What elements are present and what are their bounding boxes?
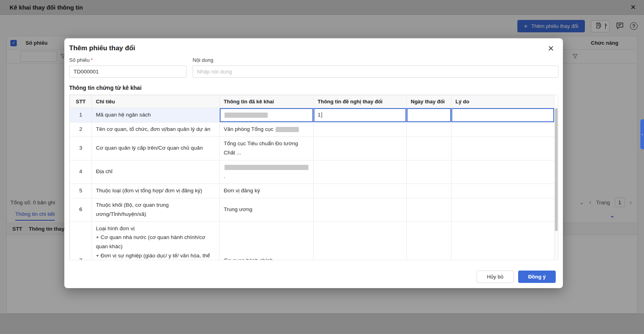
declared-text: Văn phòng Tổng cục <box>224 126 275 132</box>
declaration-col-header: STT <box>70 95 92 108</box>
cell-proposed[interactable] <box>314 221 407 260</box>
row-stt: 6 <box>70 198 92 221</box>
cell-reason[interactable] <box>451 108 555 123</box>
cell-reason[interactable] <box>451 160 555 184</box>
cell-reason[interactable] <box>451 123 555 137</box>
section-title: Thông tin chứng từ kê khai <box>64 78 563 95</box>
cell-reason[interactable] <box>451 136 555 160</box>
declaration-row: 1Mã quan hệ ngân sách1 <box>70 108 555 123</box>
cell-proposed[interactable]: 1 <box>314 108 407 123</box>
cell-reason[interactable] <box>451 221 555 260</box>
app-viewport: Kê khai thay đổi thông tin ✕ + Thêm phiế… <box>0 0 644 334</box>
declaration-col-header: Lý do <box>451 95 555 108</box>
declaration-col-header: Chỉ tiêu <box>92 95 220 108</box>
cell-proposed[interactable] <box>314 184 407 198</box>
cell-change-date[interactable] <box>407 160 451 184</box>
row-stt: 4 <box>70 160 92 184</box>
add-change-form-modal: Thêm phiếu thay đổi ✕ Số phiếu* Nội dung… <box>64 38 563 288</box>
required-asterisk: * <box>91 57 93 63</box>
declaration-row: 3Cơ quan quản lý cấp trên/Cơ quan chủ qu… <box>70 136 555 160</box>
row-criterion: Mã quan hệ ngân sách <box>92 108 220 123</box>
cell-declared: Văn phòng Tổng cục <box>220 123 314 137</box>
scrollbar-thumb[interactable] <box>555 108 558 231</box>
cancel-button[interactable]: Hủy bỏ <box>477 271 514 283</box>
declaration-col-header: Ngày thay đổi <box>407 95 451 108</box>
redacted-text <box>276 127 299 132</box>
row-stt: 3 <box>70 136 92 160</box>
declared-text: Đơn vị đăng ký <box>224 188 260 194</box>
row-criterion: Tên cơ quan, tổ chức, đơn vị/ban quản lý… <box>92 123 220 137</box>
modal-header: Thêm phiếu thay đổi ✕ <box>64 38 563 52</box>
noi-dung-field: Nội dung <box>193 57 559 78</box>
row-criterion: Thuộc loại (đơn vị tổng hợp/ đơn vị đăng… <box>92 184 220 198</box>
cell-reason[interactable] <box>451 198 555 221</box>
row-stt: 1 <box>70 108 92 123</box>
cell-change-date[interactable] <box>407 108 451 123</box>
cell-proposed[interactable] <box>314 136 407 160</box>
collapse-panel-handle[interactable]: ‹ <box>640 119 644 149</box>
so-phieu-label: Số phiếu* <box>69 57 187 63</box>
row-criterion: Thuộc khối (Bộ, cơ quan trung ương/Tỉnh/… <box>92 198 220 221</box>
cell-declared: Cơ quan hành chính <box>220 221 314 260</box>
so-phieu-field: Số phiếu* <box>69 57 187 78</box>
cell-change-date[interactable] <box>407 184 451 198</box>
row-stt: 2 <box>70 123 92 137</box>
declaration-col-header: Thông tin đã kê khai <box>220 95 314 108</box>
cell-change-date[interactable] <box>407 136 451 160</box>
modal-fields: Số phiếu* Nội dung <box>64 52 563 78</box>
ok-button[interactable]: Đồng ý <box>518 271 556 283</box>
row-criterion: Địa chỉ <box>92 160 220 184</box>
declaration-row: 6Thuộc khối (Bộ, cơ quan trung ương/Tỉnh… <box>70 198 555 221</box>
reason-input[interactable] <box>451 108 554 122</box>
cell-proposed[interactable] <box>314 198 407 221</box>
declared-text: Tổng cục Tiêu chuẩn Đo lường Chất ... <box>224 140 298 156</box>
row-criterion: Cơ quan quản lý cấp trên/Cơ quan chủ quả… <box>92 136 220 160</box>
cell-declared: Tổng cục Tiêu chuẩn Đo lường Chất ... <box>220 136 314 160</box>
declared-text: Trung ương <box>224 206 252 212</box>
change-date-input[interactable] <box>407 108 451 122</box>
declaration-row: 7Loại hình đơn vị + Cơ quan nhà nước (cơ… <box>70 221 555 260</box>
declaration-table-header-row: STTChỉ tiêuThông tin đã kê khaiThông tin… <box>70 95 555 108</box>
row-criterion: Loại hình đơn vị + Cơ quan nhà nước (cơ … <box>92 221 220 260</box>
text-caret <box>322 112 322 118</box>
declared-input[interactable] <box>220 108 313 122</box>
declaration-table-wrap: STTChỉ tiêuThông tin đã kê khaiThông tin… <box>69 95 559 260</box>
proposed-input[interactable]: 1 <box>314 108 406 122</box>
cell-proposed[interactable] <box>314 123 407 137</box>
cell-proposed[interactable] <box>314 160 407 184</box>
proposed-value: 1 <box>318 111 321 120</box>
declaration-row: 5Thuộc loại (đơn vị tổng hợp/ đơn vị đăn… <box>70 184 555 198</box>
declaration-col-header: Thông tin đề nghị thay đổi <box>314 95 407 108</box>
cell-declared: . <box>220 160 314 184</box>
declaration-table: STTChỉ tiêuThông tin đã kê khaiThông tin… <box>70 95 555 260</box>
cell-change-date[interactable] <box>407 198 451 221</box>
cell-reason[interactable] <box>451 184 555 198</box>
so-phieu-input[interactable] <box>69 65 187 78</box>
table-scrollbar[interactable] <box>555 108 558 259</box>
modal-title: Thêm phiếu thay đổi <box>69 44 135 52</box>
row-stt: 7 <box>70 221 92 260</box>
redacted-text <box>225 113 268 118</box>
declaration-row: 4Địa chỉ. <box>70 160 555 184</box>
modal-close-icon[interactable]: ✕ <box>548 45 554 52</box>
declared-text: . <box>224 173 225 179</box>
modal-footer: Hủy bỏ Đồng ý <box>64 260 563 283</box>
cell-declared: Trung ương <box>220 198 314 221</box>
declaration-row: 2Tên cơ quan, tổ chức, đơn vị/ban quản l… <box>70 123 555 137</box>
declared-text: Cơ quan hành chính <box>224 257 273 260</box>
cell-change-date[interactable] <box>407 221 451 260</box>
noi-dung-input[interactable] <box>193 65 559 78</box>
cell-declared[interactable] <box>220 108 314 123</box>
noi-dung-label: Nội dung <box>193 57 559 63</box>
row-stt: 5 <box>70 184 92 198</box>
cell-change-date[interactable] <box>407 123 451 137</box>
redacted-text <box>225 165 308 170</box>
cell-declared: Đơn vị đăng ký <box>220 184 314 198</box>
